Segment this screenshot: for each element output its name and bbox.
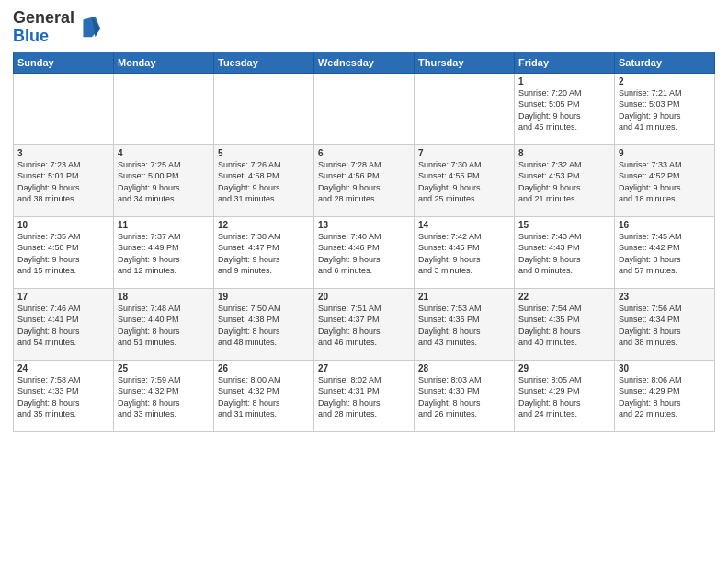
day-number: 25	[118, 363, 210, 373]
day-number: 29	[518, 363, 610, 373]
calendar-header-row: SundayMondayTuesdayWednesdayThursdayFrid…	[14, 52, 715, 73]
day-number: 11	[118, 220, 210, 230]
calendar-day-header: Tuesday	[214, 52, 314, 73]
calendar-cell: 13Sunrise: 7:40 AM Sunset: 4:46 PM Dayli…	[314, 216, 415, 288]
day-info: Sunrise: 7:32 AM Sunset: 4:53 PM Dayligh…	[518, 159, 610, 205]
calendar-cell: 17Sunrise: 7:46 AM Sunset: 4:41 PM Dayli…	[14, 288, 114, 360]
calendar-cell	[14, 73, 114, 144]
calendar-cell	[314, 73, 415, 144]
calendar-cell: 22Sunrise: 7:54 AM Sunset: 4:35 PM Dayli…	[515, 288, 615, 360]
calendar-day-header: Wednesday	[314, 52, 415, 73]
logo-icon	[76, 15, 102, 40]
day-number: 20	[318, 292, 410, 302]
calendar-day-header: Saturday	[615, 52, 715, 73]
calendar-cell: 28Sunrise: 8:03 AM Sunset: 4:30 PM Dayli…	[415, 360, 515, 431]
calendar-cell	[114, 73, 214, 144]
calendar-cell: 14Sunrise: 7:42 AM Sunset: 4:45 PM Dayli…	[415, 216, 515, 288]
day-info: Sunrise: 7:46 AM Sunset: 4:41 PM Dayligh…	[17, 303, 109, 349]
day-info: Sunrise: 7:59 AM Sunset: 4:32 PM Dayligh…	[118, 374, 210, 420]
day-number: 10	[17, 220, 109, 230]
calendar-cell: 30Sunrise: 8:06 AM Sunset: 4:29 PM Dayli…	[615, 360, 715, 431]
day-number: 8	[518, 148, 610, 158]
day-info: Sunrise: 7:38 AM Sunset: 4:47 PM Dayligh…	[218, 231, 310, 277]
calendar-day-header: Friday	[515, 52, 615, 73]
calendar-cell: 15Sunrise: 7:43 AM Sunset: 4:43 PM Dayli…	[515, 216, 615, 288]
day-number: 24	[17, 363, 109, 373]
calendar-cell: 27Sunrise: 8:02 AM Sunset: 4:31 PM Dayli…	[314, 360, 415, 431]
day-number: 17	[17, 292, 109, 302]
calendar-cell: 7Sunrise: 7:30 AM Sunset: 4:55 PM Daylig…	[415, 144, 515, 216]
day-info: Sunrise: 7:50 AM Sunset: 4:38 PM Dayligh…	[218, 303, 310, 349]
day-number: 28	[418, 363, 510, 373]
calendar-cell: 21Sunrise: 7:53 AM Sunset: 4:36 PM Dayli…	[415, 288, 515, 360]
calendar-cell: 5Sunrise: 7:26 AM Sunset: 4:58 PM Daylig…	[214, 144, 314, 216]
calendar-week-row: 10Sunrise: 7:35 AM Sunset: 4:50 PM Dayli…	[14, 216, 715, 288]
calendar-cell: 19Sunrise: 7:50 AM Sunset: 4:38 PM Dayli…	[214, 288, 314, 360]
day-info: Sunrise: 7:58 AM Sunset: 4:33 PM Dayligh…	[17, 374, 109, 420]
logo-blue: Blue	[13, 27, 49, 45]
day-number: 21	[418, 292, 510, 302]
day-number: 3	[17, 148, 109, 158]
day-number: 16	[619, 220, 711, 230]
calendar-week-row: 3Sunrise: 7:23 AM Sunset: 5:01 PM Daylig…	[14, 144, 715, 216]
day-info: Sunrise: 7:26 AM Sunset: 4:58 PM Dayligh…	[218, 159, 310, 205]
calendar-cell: 10Sunrise: 7:35 AM Sunset: 4:50 PM Dayli…	[14, 216, 114, 288]
calendar-day-header: Sunday	[14, 52, 114, 73]
calendar-cell: 2Sunrise: 7:21 AM Sunset: 5:03 PM Daylig…	[615, 73, 715, 144]
day-number: 22	[518, 292, 610, 302]
day-info: Sunrise: 7:21 AM Sunset: 5:03 PM Dayligh…	[619, 87, 711, 133]
calendar-cell: 6Sunrise: 7:28 AM Sunset: 4:56 PM Daylig…	[314, 144, 415, 216]
day-info: Sunrise: 7:40 AM Sunset: 4:46 PM Dayligh…	[318, 231, 410, 277]
day-number: 5	[218, 148, 310, 158]
day-number: 15	[518, 220, 610, 230]
day-info: Sunrise: 8:02 AM Sunset: 4:31 PM Dayligh…	[318, 374, 410, 420]
day-number: 18	[118, 292, 210, 302]
day-info: Sunrise: 7:23 AM Sunset: 5:01 PM Dayligh…	[17, 159, 109, 205]
calendar-week-row: 17Sunrise: 7:46 AM Sunset: 4:41 PM Dayli…	[14, 288, 715, 360]
day-number: 30	[619, 363, 711, 373]
day-info: Sunrise: 7:54 AM Sunset: 4:35 PM Dayligh…	[518, 303, 610, 349]
calendar-cell: 12Sunrise: 7:38 AM Sunset: 4:47 PM Dayli…	[214, 216, 314, 288]
day-number: 14	[418, 220, 510, 230]
calendar-cell	[415, 73, 515, 144]
day-info: Sunrise: 8:00 AM Sunset: 4:32 PM Dayligh…	[218, 374, 310, 420]
day-number: 4	[118, 148, 210, 158]
day-number: 23	[619, 292, 711, 302]
calendar-cell: 8Sunrise: 7:32 AM Sunset: 4:53 PM Daylig…	[515, 144, 615, 216]
calendar-day-header: Thursday	[415, 52, 515, 73]
day-number: 27	[318, 363, 410, 373]
day-number: 9	[619, 148, 711, 158]
calendar-cell: 9Sunrise: 7:33 AM Sunset: 4:52 PM Daylig…	[615, 144, 715, 216]
day-info: Sunrise: 7:43 AM Sunset: 4:43 PM Dayligh…	[518, 231, 610, 277]
calendar-cell: 24Sunrise: 7:58 AM Sunset: 4:33 PM Dayli…	[14, 360, 114, 431]
day-number: 6	[318, 148, 410, 158]
calendar-cell: 11Sunrise: 7:37 AM Sunset: 4:49 PM Dayli…	[114, 216, 214, 288]
day-info: Sunrise: 8:05 AM Sunset: 4:29 PM Dayligh…	[518, 374, 610, 420]
day-info: Sunrise: 7:51 AM Sunset: 4:37 PM Dayligh…	[318, 303, 410, 349]
day-number: 1	[518, 76, 610, 86]
day-info: Sunrise: 7:56 AM Sunset: 4:34 PM Dayligh…	[619, 303, 711, 349]
day-number: 26	[218, 363, 310, 373]
day-info: Sunrise: 8:03 AM Sunset: 4:30 PM Dayligh…	[418, 374, 510, 420]
calendar-cell: 1Sunrise: 7:20 AM Sunset: 5:05 PM Daylig…	[515, 73, 615, 144]
calendar-cell: 20Sunrise: 7:51 AM Sunset: 4:37 PM Dayli…	[314, 288, 415, 360]
calendar-day-header: Monday	[114, 52, 214, 73]
day-number: 13	[318, 220, 410, 230]
day-info: Sunrise: 7:45 AM Sunset: 4:42 PM Dayligh…	[619, 231, 711, 277]
calendar-cell: 29Sunrise: 8:05 AM Sunset: 4:29 PM Dayli…	[515, 360, 615, 431]
day-number: 7	[418, 148, 510, 158]
calendar-week-row: 24Sunrise: 7:58 AM Sunset: 4:33 PM Dayli…	[14, 360, 715, 431]
calendar-cell: 4Sunrise: 7:25 AM Sunset: 5:00 PM Daylig…	[114, 144, 214, 216]
page-header: General Blue	[13, 9, 715, 46]
calendar-cell: 16Sunrise: 7:45 AM Sunset: 4:42 PM Dayli…	[615, 216, 715, 288]
calendar-cell	[214, 73, 314, 144]
day-info: Sunrise: 7:48 AM Sunset: 4:40 PM Dayligh…	[118, 303, 210, 349]
day-info: Sunrise: 7:33 AM Sunset: 4:52 PM Dayligh…	[619, 159, 711, 205]
logo-general: General	[13, 8, 74, 27]
calendar-cell: 3Sunrise: 7:23 AM Sunset: 5:01 PM Daylig…	[14, 144, 114, 216]
logo: General Blue	[13, 9, 102, 46]
calendar-cell: 18Sunrise: 7:48 AM Sunset: 4:40 PM Dayli…	[114, 288, 214, 360]
day-number: 2	[619, 76, 711, 86]
day-info: Sunrise: 7:20 AM Sunset: 5:05 PM Dayligh…	[518, 87, 610, 133]
calendar-cell: 25Sunrise: 7:59 AM Sunset: 4:32 PM Dayli…	[114, 360, 214, 431]
